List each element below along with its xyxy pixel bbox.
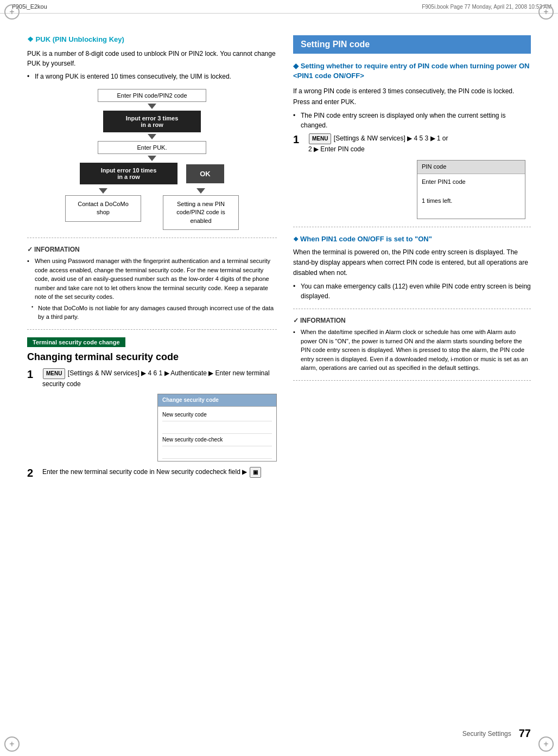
puk-section-title: ❖ PUK (PIN Unblocking Key) [27,35,277,43]
file-info: F905i.book Page 77 Monday, April 21, 200… [422,4,551,10]
terminal-step-1: 1 MENU [Settings & NW services] ▶ 4 6 1 … [27,368,277,462]
screen-row-2 [162,421,272,434]
diagram-small-box-2: Setting a new PIN code/PIN2 code is enab… [163,195,239,230]
arrow-3 [148,156,156,161]
step-2-num: 2 [27,467,38,479]
pin-screen-row-4 [422,206,521,215]
right-divider-1 [293,227,531,227]
setting-pin-subhead: Setting whether to require entry of PIN … [293,61,531,81]
right-info-bullet-1: When the date/time specified in Alarm cl… [293,328,531,373]
screen-sm-header: Change security code [158,394,276,407]
terminal-security-section: Terminal security code change Changing t… [27,337,277,479]
divider-2 [27,329,277,330]
pin-screen-row-3: 1 times left. [422,196,521,206]
pin-code-screen: PIN code Enter PIN1 code 1 times left. [417,160,525,219]
diagram-box-enter-pin: Enter PIN code/PIN2 code [98,89,206,102]
screen-sm-body: New security code New security code-chec… [158,407,276,461]
diagram-bottom-left: Contact a DoCoMo shop [65,187,141,222]
ok-col: OK [186,164,224,183]
step-1-text: [Settings & NW services] ▶ 4 6 1 ▶ Authe… [42,369,270,388]
step-2-content: Enter the new terminal security code in … [42,467,277,478]
puk-diagram: Enter PIN code/PIN2 code Input error 3 t… [27,89,277,230]
pin-screen-row-2 [422,187,521,196]
pin1-body: When the terminal is powered on, the PIN… [293,247,531,279]
footer-section-label: Security Settings [462,730,511,738]
right-step-1-part2: 2 ▶ Enter PIN code [308,145,365,153]
corner-mark-bl [4,736,20,752]
left-column: ❖ PUK (PIN Unblocking Key) PUK is a numb… [27,35,277,485]
pin1-bullet: You can make emergency calls (112) even … [293,281,531,301]
menu-key: MENU [42,369,68,377]
corner-mark-tl [4,4,20,20]
footer-page-number: 77 [519,727,531,740]
security-code-screen: Change security code New security code N… [157,394,277,462]
pin-screen-row-1: Enter PIN1 code [422,177,521,187]
ok-button[interactable]: OK [186,164,224,183]
page-wrapper: F905i_E2kou F905i.book Page 77 Monday, A… [0,0,558,756]
right-divider-3 [293,380,531,381]
puk-bullet-1: If a wrong PUK is entered 10 times conse… [27,72,277,81]
arrow-5 [196,188,205,194]
menu-key-box: MENU [43,368,65,379]
right-bullet-1: The PIN code entry screen is displayed o… [293,111,531,130]
info-sub-bullet-1: Note that DoCoMo is not liable for any d… [27,304,277,322]
info-bullet-1: When using Password manager with the fin… [27,257,277,302]
right-information: INFORMATION When the date/time specified… [293,317,531,373]
pin-screen-body: Enter PIN1 code 1 times left. [417,174,525,219]
arrow-1 [148,104,156,109]
right-body-1: If a wrong PIN code is entered 3 times c… [293,86,531,107]
right-step-1-part1: [Settings & NW services] ▶ 4 5 3 ▶ 1 or [334,134,448,142]
arrow-2 [148,134,156,139]
puk-section: ❖ PUK (PIN Unblocking Key) PUK is a numb… [27,35,277,230]
right-column: Setting PIN code Setting whether to requ… [293,35,531,485]
diagram-box-error3: Input error 3 times in a row [103,111,201,132]
right-step-1-content: MENU [Settings & NW services] ▶ 4 5 3 ▶ … [308,133,531,219]
diagram-box-error10: Input error 10 times in a row [80,163,177,184]
terminal-section-title: Changing terminal security code [27,351,277,363]
diagram-error10-row: Input error 10 times in a row OK [27,163,277,184]
page-footer: Security Settings 77 [462,727,531,740]
corner-mark-br [538,736,554,752]
header-bar: F905i_E2kou F905i.book Page 77 Monday, A… [0,0,558,14]
screen-row-3: New security code-check [162,434,272,446]
setting-pin-header: Setting PIN code [293,35,531,54]
right-menu-key: MENU [309,133,331,144]
puk-body-text: PUK is a number of 8-digit code used to … [27,49,277,68]
step-2-key: ▣ [250,467,261,478]
terminal-step-2: 2 Enter the new terminal security code i… [27,467,277,479]
information-section: INFORMATION When using Password manager … [27,246,277,322]
pin1-subhead: When PIN1 code ON/OFF is set to "ON" [293,235,531,243]
pin-screen-header: PIN code [417,161,525,174]
diagram-bottom-row: Contact a DoCoMo shop Setting a new PIN … [65,187,239,230]
corner-mark-tr [538,4,554,20]
right-step-1: 1 MENU [Settings & NW services] ▶ 4 5 3 … [293,133,531,219]
step-1-num: 1 [27,368,38,381]
info-title: INFORMATION [27,246,277,253]
screen-row-1: New security code [162,409,272,421]
diagram-bottom-right: Setting a new PIN code/PIN2 code is enab… [163,187,239,230]
content-wrapper: ❖ PUK (PIN Unblocking Key) PUK is a numb… [0,14,558,507]
diagram-box-enter-puk: Enter PUK. [98,141,206,154]
right-info-title: INFORMATION [293,317,531,324]
terminal-banner: Terminal security code change [27,337,125,347]
right-divider-2 [293,309,531,309]
arrow-4 [99,188,107,194]
step-1-content: MENU [Settings & NW services] ▶ 4 6 1 ▶ … [42,368,277,462]
diagram-small-box-1: Contact a DoCoMo shop [65,195,141,222]
step-2-text: Enter the new terminal security code in … [42,468,247,476]
right-step-1-num: 1 [293,133,304,146]
screen-row-4 [162,446,272,459]
divider-1 [27,238,277,238]
